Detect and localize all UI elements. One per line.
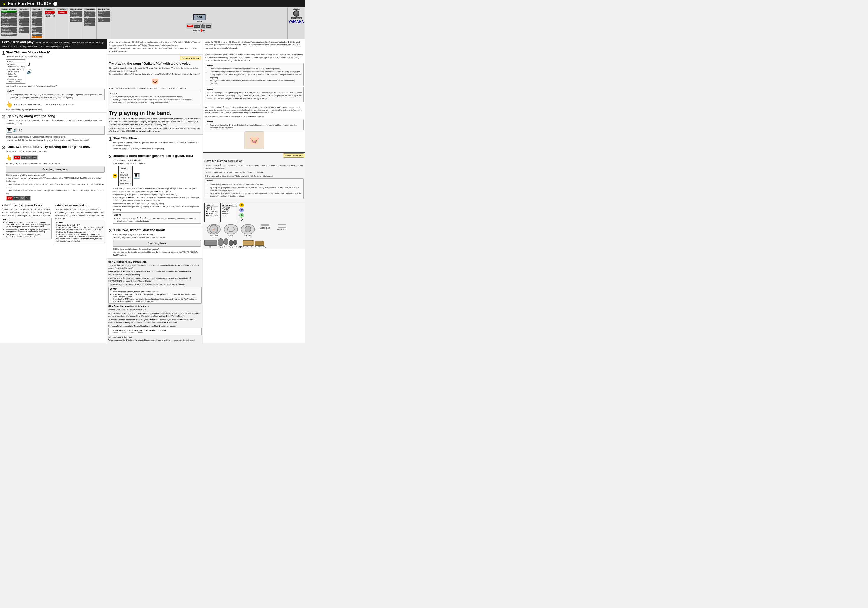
snare-shape [227, 227, 235, 232]
ft-lullaby[interactable]: Lullaby [31, 34, 42, 36]
wm-cameo[interactable]: Cameo Panther [84, 11, 95, 13]
ft-tango[interactable]: Tango [31, 27, 42, 29]
ft-musicbox[interactable]: Music Box [31, 11, 42, 13]
slow-btn[interactable]: SLOW [20, 156, 27, 159]
songs-circle-1: 1 2 3 [45, 14, 55, 17]
combo-button[interactable]: COMBO [58, 11, 67, 14]
vol-up-button[interactable]: UP [291, 17, 294, 19]
perc-yellow-1[interactable]: ❶ [239, 203, 244, 207]
ft-techno[interactable]: Techno [31, 17, 42, 20]
label-phrase: Phrase [121, 332, 126, 334]
se-4[interactable]: FUNNY [98, 20, 110, 22]
fast-btn[interactable]: FAST [32, 156, 37, 159]
volume-standby-row: ★The VOLUME [UP], [DOWN] buttons Press t… [0, 203, 107, 245]
song-wannabe[interactable]: Wannabe [1, 11, 17, 13]
step2-title: Try playing along with the song. [6, 114, 104, 118]
tap-btn[interactable]: TAP [27, 156, 32, 159]
perc-yellow-3[interactable]: ❸ [239, 213, 244, 218]
tempo-ctrl: STOP SLOW TAP FAST [6, 196, 31, 201]
stop-btn-small[interactable]: STOP [14, 156, 20, 159]
wm-flute[interactable]: Flute [84, 17, 95, 20]
slow-button[interactable]: SLOW [194, 25, 200, 28]
wm-strings[interactable]: Strings [84, 25, 95, 26]
pss-piano-label: PIANO [197, 20, 202, 22]
perc-note-1: Tap the [TAP] button 4 times if the band… [209, 183, 302, 186]
coolkot-ballad[interactable]: Ballad [19, 27, 29, 29]
bands-note2-title: ■NOTE [206, 88, 302, 91]
se-3[interactable]: PHRASE [98, 17, 110, 20]
coolkot-top10[interactable]: Top 10 [19, 11, 29, 13]
ft-guitarpop[interactable]: Guitar Pop [31, 13, 42, 15]
coolkot-classical[interactable]: Classical [19, 17, 29, 20]
song-chopsticks[interactable]: Chop Sticks [1, 22, 17, 24]
wm-saxophone[interactable]: Sax/Brass [84, 22, 95, 24]
coolkot-ragtime[interactable]: Ragtime [19, 15, 29, 17]
song-rainbow[interactable]: Over the Rainbow [1, 34, 17, 36]
coolkot-rock[interactable]: Rock [19, 25, 29, 26]
coolkot-16beat[interactable]: 16 Beat [19, 29, 29, 31]
song-mission[interactable]: Mission Impossible [1, 31, 17, 33]
tap-btn2[interactable]: TAP [20, 196, 25, 200]
inst-saxophone[interactable]: SAXOPHONE [70, 15, 82, 17]
slow-btn2[interactable]: SLOW [14, 196, 20, 200]
songs-button[interactable]: SONGS [45, 11, 55, 14]
bs2-p7: Press the ❶ button again and try playing… [113, 206, 201, 212]
ft-safari[interactable]: Safari [31, 29, 42, 31]
snare-image [224, 224, 238, 234]
stop-button[interactable]: STOP [187, 25, 193, 27]
star-left-icon: ★ [3, 2, 6, 6]
perc-combo-title: COMBO [206, 204, 218, 207]
ft-more[interactable]: More! [31, 36, 42, 38]
coolkot-jazz[interactable]: Jazz [19, 22, 29, 24]
bs2-p3: Every time you press the ❶ button, a dif… [113, 187, 201, 193]
song-happy[interactable]: Happy Birthday to You [1, 15, 17, 17]
bs2-note-1: If you press the yellow ❶, ❷ or, ❸ butto… [117, 217, 200, 223]
se-2[interactable]: EFFECT [98, 15, 110, 17]
standby-content: Slide the STANDBY switch to the "ON" pos… [55, 208, 105, 220]
song-morning[interactable]: The Morning Song [1, 25, 17, 26]
ft-gameover[interactable]: Game Over [31, 31, 42, 33]
coolkot-surf[interactable]: Surf [19, 31, 29, 33]
coolkot-country[interactable]: Country [19, 13, 29, 15]
label-effect: Effect [113, 332, 118, 334]
se-variation[interactable]: VARIATION [98, 11, 110, 13]
fast-btn2[interactable]: FAST [25, 196, 30, 200]
song-mickey[interactable]: Mickey Mouse March [1, 13, 17, 15]
wm-ragtime[interactable]: Ragtime [84, 20, 95, 22]
yellow-button-1[interactable]: ❶ [113, 173, 117, 178]
step3-title: "One, two, three, four". Try starting th… [6, 145, 104, 149]
wm-cellos[interactable]: Cellos [84, 15, 95, 17]
inst-eguitar[interactable]: E GUITAR [70, 13, 82, 15]
inst-piano[interactable]: PIANO [70, 11, 82, 13]
coolkot-funk[interactable]: Funk [19, 20, 29, 22]
vol-down-button[interactable]: DOWN [295, 17, 302, 19]
perc-yellow-2[interactable]: ❷ [239, 208, 244, 212]
inst-percussion[interactable]: PERCUSSION [70, 20, 82, 22]
tap-button[interactable]: TAP [201, 25, 206, 28]
step3-p2: Tap the [TAP] button four times like thi… [6, 162, 104, 165]
selecting-variation-title: ● Selecting variation instruments. [108, 305, 202, 307]
base-drum-image: 🥁 [207, 224, 221, 234]
inst-ebass[interactable]: E BASS [70, 17, 82, 20]
stop-btn2[interactable]: STOP [6, 196, 13, 200]
piano-play-area: 🎹 🔊 ♩♫ [6, 126, 104, 135]
se-1[interactable]: NORMAL [98, 13, 110, 15]
note-list: To start playback from the beginning of … [8, 93, 103, 99]
ft-dance[interactable]: Dance [31, 20, 42, 22]
try-playing-header: Try playing in the band. Inside the PSS-… [107, 108, 203, 135]
song-twinkle[interactable]: Twinkle Twinkle [1, 17, 17, 20]
gallant-p2: Doesn't that sound funny? It sounds like… [109, 73, 201, 76]
wm-guitar[interactable]: Guitar Pop [84, 13, 95, 15]
song-gallant[interactable]: Gallant Pig [1, 27, 17, 29]
selecting-normal-title: ● Selecting normal instruments. [108, 260, 202, 263]
song-jingle[interactable]: Jingle Bells [1, 20, 17, 22]
song-drum[interactable]: The Drum Song [1, 29, 17, 31]
bands-note-1: The band performance will continue to re… [209, 67, 302, 70]
var-ragtime: Ragtime Piano [129, 329, 143, 331]
fast-button[interactable]: FAST [206, 25, 211, 28]
ft-waltz[interactable]: Waltz [31, 25, 42, 26]
ft-march[interactable]: March [31, 22, 42, 24]
ft-ragtime[interactable]: Ragtime [31, 15, 42, 17]
base-drum-label: Base Drum [206, 235, 222, 237]
volume-knob[interactable] [293, 11, 299, 17]
